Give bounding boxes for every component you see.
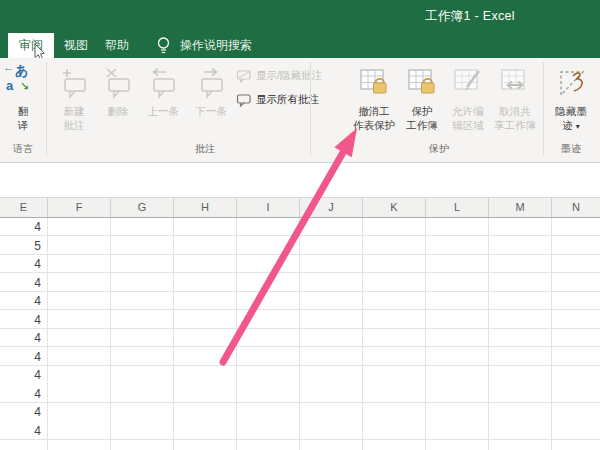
hide-ink-icon: [546, 62, 596, 104]
spreadsheet-grid[interactable]: 4 5 4 4 4 4 4 4 4 4 4 4: [0, 218, 600, 450]
tab-help[interactable]: 帮助: [98, 33, 136, 58]
lightbulb-icon: [156, 36, 171, 56]
column-header[interactable]: N: [552, 198, 600, 217]
new-comment-button[interactable]: 新建 批注: [52, 62, 96, 132]
show-hide-comment-button[interactable]: 显示/隐藏批注: [236, 66, 336, 86]
window-title: 工作簿1 - Excel: [400, 8, 540, 25]
gridline: [488, 218, 489, 450]
column-header[interactable]: I: [237, 198, 300, 217]
column-header[interactable]: L: [426, 198, 489, 217]
cell-e-value[interactable]: 4: [0, 403, 44, 421]
formula-bar-area: [0, 163, 600, 197]
tab-view[interactable]: 视图: [58, 33, 94, 58]
delete-comment-icon: [98, 62, 138, 104]
column-header[interactable]: G: [111, 198, 174, 217]
unshare-workbook-button[interactable]: 取消共 享工作簿: [490, 62, 540, 132]
unprotect-sheet-icon: [350, 62, 398, 104]
new-comment-icon: [52, 62, 96, 104]
translate-button[interactable]: あ a ← ↘ 翻 译: [2, 62, 44, 132]
group-separator: [543, 62, 544, 156]
group-label-language: 语言: [2, 142, 44, 156]
hide-ink-button[interactable]: 隐藏墨 迹 ▾: [546, 62, 596, 134]
column-header[interactable]: M: [489, 198, 552, 217]
cell-e-value[interactable]: 4: [0, 218, 44, 236]
cell-e-value[interactable]: 5: [0, 237, 44, 255]
cell-e-value[interactable]: 4: [0, 385, 44, 403]
column-header[interactable]: J: [300, 198, 363, 217]
group-label-ink: 墨迹: [546, 142, 596, 156]
protect-workbook-button[interactable]: 保护 工作簿: [400, 62, 444, 132]
delete-comment-button[interactable]: 删除: [98, 62, 138, 118]
unshare-workbook-icon: [490, 62, 540, 104]
gridline: [425, 218, 426, 450]
cell-e-value[interactable]: 4: [0, 292, 44, 310]
ribbon-tab-bar: 审阅 视图 帮助 操作说明搜索: [0, 33, 600, 58]
dropdown-caret-icon: ▾: [576, 122, 580, 131]
allow-edit-ranges-button[interactable]: 允许编 辑区域: [446, 62, 490, 132]
excel-window: 工作簿1 - Excel 审阅 视图 帮助 操作说明搜索 あ a ← ↘ 翻 译: [0, 0, 600, 450]
gridline: [110, 218, 111, 450]
tell-me-search[interactable]: 操作说明搜索: [180, 33, 252, 58]
column-header[interactable]: K: [363, 198, 426, 217]
cell-e-value[interactable]: 4: [0, 348, 44, 366]
cell-e-value[interactable]: 4: [0, 422, 44, 440]
group-separator: [46, 62, 47, 156]
gridline: [299, 218, 300, 450]
cell-e-value[interactable]: 4: [0, 255, 44, 273]
group-separator: [310, 62, 311, 156]
next-comment-button[interactable]: 下一条: [188, 62, 234, 118]
cell-e-value[interactable]: 4: [0, 311, 44, 329]
translate-icon: あ a ← ↘: [2, 62, 44, 104]
cell-e-value[interactable]: 4: [0, 274, 44, 292]
unprotect-sheet-button[interactable]: 撤消工 作表保护: [350, 62, 398, 132]
column-header[interactable]: H: [174, 198, 237, 217]
comment-bubble-icon: [236, 93, 252, 107]
cell-e-value[interactable]: 4: [0, 329, 44, 347]
allow-edit-ranges-icon: [446, 62, 490, 104]
next-comment-icon: [188, 62, 234, 104]
ribbon: あ a ← ↘ 翻 译 语言 新建 批注: [0, 58, 600, 163]
show-all-comments-button[interactable]: 显示所有批注: [236, 90, 336, 110]
gridline: [362, 218, 363, 450]
gridline: [47, 218, 48, 450]
column-header-row: E F G H I J K L M N: [0, 197, 600, 218]
gridline: [173, 218, 174, 450]
column-header[interactable]: E: [0, 198, 48, 217]
tab-review[interactable]: 审阅: [8, 33, 54, 58]
previous-comment-icon: [140, 62, 186, 104]
cell-e-value[interactable]: 4: [0, 366, 44, 384]
group-label-comments: 批注: [150, 142, 260, 156]
protect-workbook-icon: [400, 62, 444, 104]
gridline: [551, 218, 552, 450]
previous-comment-button[interactable]: 上一条: [140, 62, 186, 118]
column-header[interactable]: F: [48, 198, 111, 217]
gridline: [236, 218, 237, 450]
comment-bubble-icon: [236, 69, 252, 83]
title-bar: 工作簿1 - Excel: [0, 0, 600, 33]
group-label-protect: 保护: [408, 142, 470, 156]
